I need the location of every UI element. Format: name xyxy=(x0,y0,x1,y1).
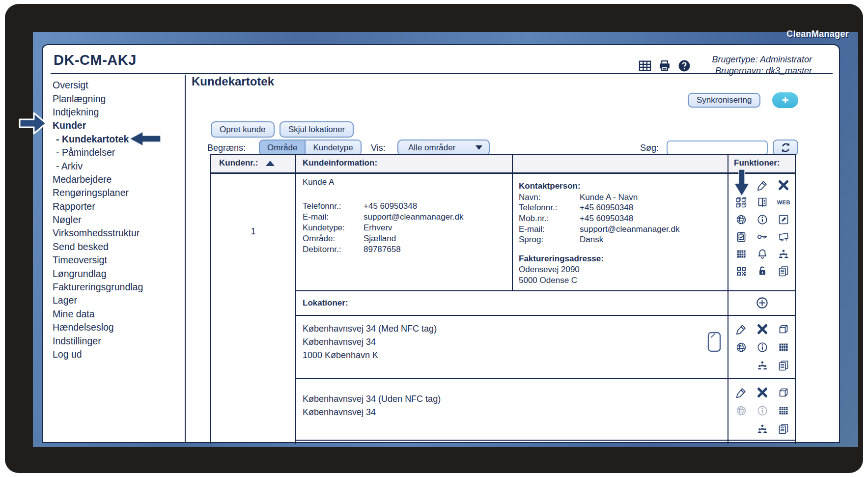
field-label: Telefonnr.: xyxy=(519,203,580,213)
empty-cell xyxy=(734,423,748,435)
sidebar-item-reng-ringsplaner[interactable]: Rengøringsplaner xyxy=(53,186,183,199)
info-icon[interactable] xyxy=(756,405,768,417)
function-cell xyxy=(756,231,769,243)
circle-plus-icon[interactable] xyxy=(756,296,769,309)
x-icon[interactable] xyxy=(778,179,789,191)
globe-icon[interactable] xyxy=(735,214,747,225)
customer-number: 1 xyxy=(211,172,295,290)
app-panel: DK-CM-AKJ Brugertype: Administrator Brug… xyxy=(42,44,840,443)
users-icon[interactable] xyxy=(756,360,768,371)
info-icon[interactable] xyxy=(756,341,768,353)
field-label: Sprog: xyxy=(519,235,580,245)
help-icon[interactable] xyxy=(677,59,691,73)
area-dropdown-value: Alle områder xyxy=(408,143,455,153)
sidebar-item-h-ndelseslog[interactable]: Hændelseslog xyxy=(53,321,183,334)
sidebar-item-kundekartotek[interactable]: - Kundekartotek xyxy=(53,133,183,146)
field-value: support@cleanmanager.dk xyxy=(580,224,679,234)
function-cell xyxy=(734,405,748,417)
docs-icon[interactable] xyxy=(778,360,789,371)
grid-icon[interactable] xyxy=(778,341,789,353)
annotation-arrow-right xyxy=(18,110,48,137)
sidebar-item-planl-gning[interactable]: Planlægning xyxy=(53,92,183,105)
users-icon[interactable] xyxy=(756,423,768,435)
cube-icon[interactable] xyxy=(778,387,789,398)
globe-icon[interactable] xyxy=(735,341,747,353)
sidebar-item-medarbejdere[interactable]: Medarbejdere xyxy=(53,173,183,186)
sidebar-item-oversigt[interactable]: Oversigt xyxy=(53,79,183,92)
bell-icon[interactable] xyxy=(756,248,768,260)
sidebar-item-mine-data[interactable]: Mine data xyxy=(53,308,183,321)
field-label: Kundetype: xyxy=(303,223,364,233)
location-line: Københavnsvej 34 xyxy=(303,336,437,349)
sidebar-item-rapporter[interactable]: Rapporter xyxy=(53,200,183,213)
function-cell xyxy=(777,405,790,417)
location-line: Københavnsvej 34 (Uden NFC tag) xyxy=(303,393,441,406)
cube-icon[interactable] xyxy=(778,323,789,335)
sidebar-divider xyxy=(185,75,186,443)
docs-icon[interactable] xyxy=(778,265,789,277)
customer-name: Kunde A xyxy=(303,177,509,188)
pencil-icon[interactable] xyxy=(735,387,747,398)
key-icon[interactable] xyxy=(756,231,768,243)
empty-cell xyxy=(734,360,748,371)
hide-locations-button[interactable]: Skjul lokationer xyxy=(280,121,354,138)
sidebar-item-send-besked[interactable]: Send besked xyxy=(53,240,183,253)
docs-icon[interactable] xyxy=(778,423,789,435)
web-icon[interactable]: WEB xyxy=(777,199,790,205)
sidebar-item-kunder[interactable]: Kunder xyxy=(53,119,183,132)
clipboard-icon[interactable] xyxy=(735,231,747,243)
function-cell xyxy=(756,265,769,277)
book-icon[interactable] xyxy=(756,196,768,208)
header-border xyxy=(211,172,795,174)
x-icon[interactable] xyxy=(756,323,768,335)
annotation-arrow-down xyxy=(733,168,751,197)
globe-icon[interactable] xyxy=(735,405,747,417)
sidebar-item-n-gler[interactable]: Nøgler xyxy=(53,213,183,226)
customer-info-cell: Kunde A Telefonnr.:+45 60950348E-mail:su… xyxy=(303,177,509,255)
function-cell xyxy=(756,423,769,435)
column-border xyxy=(295,155,296,444)
pencil-icon[interactable] xyxy=(756,179,768,191)
column-header-kundenr[interactable]: Kundenr.: xyxy=(219,158,275,168)
sidebar-item-timeoversigt[interactable]: Timeoversigt xyxy=(53,253,183,267)
field-label: Debitornr.: xyxy=(303,245,364,254)
grid-icon[interactable] xyxy=(735,248,747,260)
function-cell xyxy=(777,248,790,260)
sidebar-item-arkiv[interactable]: - Arkiv xyxy=(53,159,183,172)
users-icon[interactable] xyxy=(778,248,789,260)
x-icon[interactable] xyxy=(756,387,768,398)
sidebar-item-indstillinger[interactable]: Indstillinger xyxy=(53,334,183,347)
segment-omraade[interactable]: Område xyxy=(260,140,305,155)
show-label: Vis: xyxy=(371,143,386,153)
lock-icon[interactable] xyxy=(756,265,768,277)
printer-icon[interactable] xyxy=(658,59,672,73)
sync-button[interactable]: Synkronisering xyxy=(688,93,760,108)
table-header-row xyxy=(211,155,795,172)
add-button[interactable]: + xyxy=(772,92,798,108)
sidebar-item-l-ngrundlag[interactable]: Løngrundlag xyxy=(53,267,183,280)
segment-kundetype[interactable]: Kundetype xyxy=(305,140,360,155)
info-icon[interactable] xyxy=(756,214,768,225)
column-header-kundeinformation: Kundeinformation: xyxy=(303,158,377,168)
function-cell xyxy=(777,265,790,277)
column-header-funktioner: Funktioner: xyxy=(734,158,780,168)
sidebar-item-faktureringsgrundlag[interactable]: Faktureringsgrundlag xyxy=(53,281,183,294)
sidebar-item-log-ud[interactable]: Log ud xyxy=(53,348,183,361)
qr-icon[interactable] xyxy=(735,265,747,277)
sidebar-item-p-mindelser[interactable]: - Påmindelser xyxy=(53,146,183,159)
sidebar-item-indtjekning[interactable]: Indtjekning xyxy=(53,106,183,119)
sidebar-item-virksomhedsstruktur[interactable]: Virksomhedsstruktur xyxy=(53,226,183,240)
note-icon[interactable] xyxy=(778,214,789,225)
create-customer-button[interactable]: Opret kunde xyxy=(211,121,275,138)
field-row: E-mail:support@cleanmanager.dk xyxy=(519,224,725,235)
cubes-icon[interactable] xyxy=(735,196,747,208)
field-row: Navn:Kunde A - Navn xyxy=(519,192,725,203)
search-input[interactable] xyxy=(667,140,768,155)
sidebar-item-lager[interactable]: Lager xyxy=(53,294,183,307)
pencil-icon[interactable] xyxy=(735,323,747,335)
map-icon[interactable] xyxy=(778,231,789,243)
table-icon[interactable] xyxy=(638,59,652,73)
billing-title: Faktureringsadresse: xyxy=(519,254,725,265)
grid-icon[interactable] xyxy=(778,405,789,417)
field-value: +45 60950348 xyxy=(580,214,633,224)
